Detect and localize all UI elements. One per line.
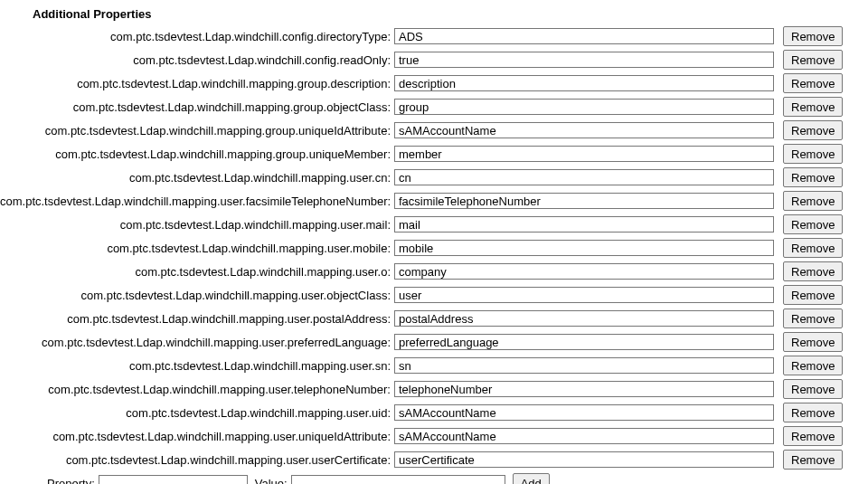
property-value-input[interactable] <box>394 146 774 162</box>
remove-button[interactable]: Remove <box>783 285 843 305</box>
property-key-label: com.ptc.tsdevtest.Ldap.windchill.mapping… <box>0 147 394 161</box>
property-value-input[interactable] <box>394 357 774 374</box>
property-key-label: com.ptc.tsdevtest.Ldap.windchill.mapping… <box>0 265 394 279</box>
property-value-input[interactable] <box>394 310 774 327</box>
property-key-label: com.ptc.tsdevtest.Ldap.windchill.mapping… <box>0 218 394 232</box>
property-key-label: com.ptc.tsdevtest.Ldap.windchill.mapping… <box>0 171 394 185</box>
property-key-label: com.ptc.tsdevtest.Ldap.windchill.mapping… <box>0 336 394 349</box>
property-key-label: com.ptc.tsdevtest.Ldap.windchill.mapping… <box>0 359 394 373</box>
remove-button[interactable]: Remove <box>783 403 843 422</box>
property-value-input[interactable] <box>394 169 774 185</box>
remove-button[interactable]: Remove <box>783 144 843 164</box>
property-key-label: com.ptc.tsdevtest.Ldap.windchill.mapping… <box>0 430 394 443</box>
remove-button[interactable]: Remove <box>783 97 843 117</box>
remove-button[interactable]: Remove <box>783 214 843 234</box>
remove-button[interactable]: Remove <box>783 120 843 140</box>
new-value-input[interactable] <box>291 475 505 484</box>
remove-button[interactable]: Remove <box>783 426 843 446</box>
property-key-label: com.ptc.tsdevtest.Ldap.windchill.config.… <box>0 30 394 43</box>
property-value-input[interactable] <box>394 451 774 468</box>
property-key-label: com.ptc.tsdevtest.Ldap.windchill.mapping… <box>0 406 394 420</box>
property-row: com.ptc.tsdevtest.Ldap.windchill.mapping… <box>0 403 868 422</box>
property-row: com.ptc.tsdevtest.Ldap.windchill.mapping… <box>0 97 868 117</box>
property-value-input[interactable] <box>394 240 774 256</box>
remove-button[interactable]: Remove <box>783 50 843 70</box>
section-title: Additional Properties <box>33 7 868 21</box>
property-value-input[interactable] <box>394 216 774 233</box>
property-row: com.ptc.tsdevtest.Ldap.windchill.config.… <box>0 26 868 46</box>
property-value-input[interactable] <box>394 263 774 280</box>
property-list: com.ptc.tsdevtest.Ldap.windchill.config.… <box>0 26 868 470</box>
property-value-input[interactable] <box>394 334 774 350</box>
property-value-input[interactable] <box>394 28 774 44</box>
property-row: com.ptc.tsdevtest.Ldap.windchill.mapping… <box>0 120 868 140</box>
property-row: com.ptc.tsdevtest.Ldap.windchill.mapping… <box>0 308 868 328</box>
remove-button[interactable]: Remove <box>783 450 843 470</box>
property-key-label: com.ptc.tsdevtest.Ldap.windchill.mapping… <box>0 453 394 467</box>
remove-button[interactable]: Remove <box>783 261 843 281</box>
property-key-label: com.ptc.tsdevtest.Ldap.windchill.mapping… <box>0 242 394 255</box>
property-value-input[interactable] <box>394 193 774 209</box>
remove-button[interactable]: Remove <box>783 238 843 258</box>
property-row: com.ptc.tsdevtest.Ldap.windchill.mapping… <box>0 379 868 399</box>
property-row: com.ptc.tsdevtest.Ldap.windchill.mapping… <box>0 261 868 281</box>
remove-button[interactable]: Remove <box>783 379 843 399</box>
property-key-label: com.ptc.tsdevtest.Ldap.windchill.mapping… <box>0 312 394 326</box>
remove-button[interactable]: Remove <box>783 332 843 352</box>
property-row: com.ptc.tsdevtest.Ldap.windchill.mapping… <box>0 214 868 234</box>
new-property-input[interactable] <box>99 475 248 484</box>
property-row: com.ptc.tsdevtest.Ldap.windchill.config.… <box>0 50 868 70</box>
property-value-input[interactable] <box>394 52 774 68</box>
property-row: com.ptc.tsdevtest.Ldap.windchill.mapping… <box>0 73 868 93</box>
property-row: com.ptc.tsdevtest.Ldap.windchill.mapping… <box>0 426 868 446</box>
remove-button[interactable]: Remove <box>783 73 843 93</box>
property-value-input[interactable] <box>394 428 774 444</box>
property-row: com.ptc.tsdevtest.Ldap.windchill.mapping… <box>0 144 868 164</box>
property-value-input[interactable] <box>394 122 774 138</box>
property-key-label: com.ptc.tsdevtest.Ldap.windchill.mapping… <box>0 77 394 90</box>
new-value-label: Value: <box>248 477 291 485</box>
property-row: com.ptc.tsdevtest.Ldap.windchill.mapping… <box>0 238 868 258</box>
property-value-input[interactable] <box>394 99 774 115</box>
remove-button[interactable]: Remove <box>783 308 843 328</box>
remove-button[interactable]: Remove <box>783 26 843 46</box>
property-key-label: com.ptc.tsdevtest.Ldap.windchill.mapping… <box>0 124 394 138</box>
property-value-input[interactable] <box>394 404 774 421</box>
property-value-input[interactable] <box>394 381 774 397</box>
property-row: com.ptc.tsdevtest.Ldap.windchill.mapping… <box>0 285 868 305</box>
remove-button[interactable]: Remove <box>783 167 843 187</box>
property-value-input[interactable] <box>394 75 774 91</box>
property-key-label: com.ptc.tsdevtest.Ldap.windchill.mapping… <box>0 100 394 114</box>
remove-button[interactable]: Remove <box>783 191 843 211</box>
new-property-label: Property: <box>47 477 99 485</box>
property-key-label: com.ptc.tsdevtest.Ldap.windchill.mapping… <box>0 289 394 302</box>
property-row: com.ptc.tsdevtest.Ldap.windchill.mapping… <box>0 356 868 375</box>
add-button[interactable]: Add <box>513 473 550 484</box>
property-row: com.ptc.tsdevtest.Ldap.windchill.mapping… <box>0 450 868 470</box>
property-key-label: com.ptc.tsdevtest.Ldap.windchill.config.… <box>0 53 394 67</box>
add-property-row: Property: Value: Add <box>47 473 868 484</box>
property-row: com.ptc.tsdevtest.Ldap.windchill.mapping… <box>0 167 868 187</box>
remove-button[interactable]: Remove <box>783 356 843 375</box>
property-value-input[interactable] <box>394 287 774 303</box>
property-row: com.ptc.tsdevtest.Ldap.windchill.mapping… <box>0 191 868 211</box>
property-key-label: com.ptc.tsdevtest.Ldap.windchill.mapping… <box>0 195 394 208</box>
property-key-label: com.ptc.tsdevtest.Ldap.windchill.mapping… <box>0 383 394 396</box>
property-row: com.ptc.tsdevtest.Ldap.windchill.mapping… <box>0 332 868 352</box>
